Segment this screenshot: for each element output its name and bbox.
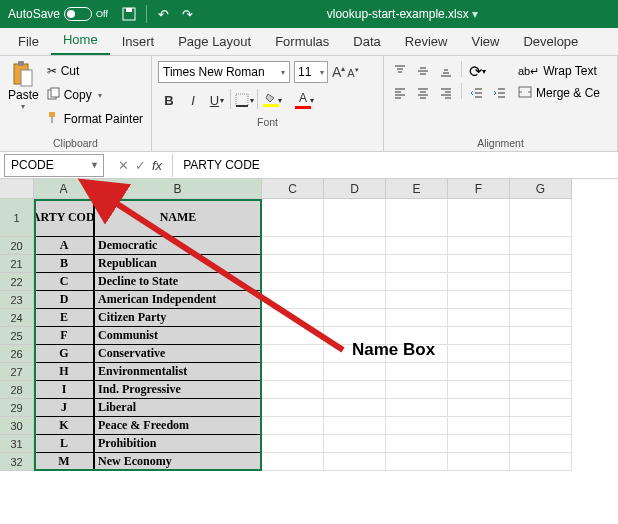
cell[interactable]: F bbox=[34, 327, 94, 345]
name-box[interactable]: PCODE ▼ bbox=[4, 154, 104, 177]
cell[interactable] bbox=[324, 381, 386, 399]
cell[interactable] bbox=[510, 273, 572, 291]
cell[interactable] bbox=[386, 435, 448, 453]
cell[interactable] bbox=[448, 363, 510, 381]
cell[interactable] bbox=[510, 309, 572, 327]
cell[interactable] bbox=[262, 417, 324, 435]
cell[interactable] bbox=[262, 309, 324, 327]
cell[interactable] bbox=[386, 273, 448, 291]
font-size-select[interactable]: 11▾ bbox=[294, 61, 328, 83]
cell[interactable] bbox=[448, 255, 510, 273]
row-header[interactable]: 23 bbox=[0, 291, 34, 309]
column-header[interactable]: D bbox=[324, 179, 386, 199]
row-header[interactable]: 24 bbox=[0, 309, 34, 327]
align-right-button[interactable] bbox=[436, 83, 456, 103]
cell[interactable] bbox=[448, 417, 510, 435]
font-color-button[interactable]: A▾ bbox=[292, 89, 314, 111]
cell[interactable] bbox=[510, 399, 572, 417]
cell[interactable] bbox=[510, 291, 572, 309]
cell[interactable]: E bbox=[34, 309, 94, 327]
cell[interactable]: American Independent bbox=[94, 291, 262, 309]
wrap-text-button[interactable]: ab↵Wrap Text bbox=[518, 61, 600, 81]
cell[interactable] bbox=[262, 291, 324, 309]
cell[interactable] bbox=[448, 435, 510, 453]
tab-page-layout[interactable]: Page Layout bbox=[166, 28, 263, 55]
column-header[interactable]: B bbox=[94, 179, 262, 199]
cell[interactable] bbox=[510, 381, 572, 399]
cancel-icon[interactable]: ✕ bbox=[118, 158, 129, 173]
row-header[interactable]: 31 bbox=[0, 435, 34, 453]
align-center-button[interactable] bbox=[413, 83, 433, 103]
cell[interactable] bbox=[262, 399, 324, 417]
cell[interactable]: Ind. Progressive bbox=[94, 381, 262, 399]
cell[interactable] bbox=[386, 255, 448, 273]
merge-button[interactable]: Merge & Ce bbox=[518, 83, 600, 103]
cell[interactable] bbox=[448, 327, 510, 345]
cell[interactable]: I bbox=[34, 381, 94, 399]
redo-icon[interactable]: ↷ bbox=[181, 7, 195, 21]
row-header[interactable]: 30 bbox=[0, 417, 34, 435]
tab-data[interactable]: Data bbox=[341, 28, 392, 55]
cell[interactable]: Conservative bbox=[94, 345, 262, 363]
autosave-toggle[interactable]: AutoSave Off bbox=[8, 7, 108, 21]
cell[interactable]: J bbox=[34, 399, 94, 417]
cell[interactable] bbox=[386, 453, 448, 471]
tab-formulas[interactable]: Formulas bbox=[263, 28, 341, 55]
font-name-select[interactable]: Times New Roman▾ bbox=[158, 61, 290, 83]
cell[interactable] bbox=[448, 309, 510, 327]
cell[interactable]: PARTY CODE bbox=[34, 199, 94, 237]
align-left-button[interactable] bbox=[390, 83, 410, 103]
cell[interactable] bbox=[510, 363, 572, 381]
cell[interactable] bbox=[262, 273, 324, 291]
increase-indent-button[interactable] bbox=[490, 83, 510, 103]
cell[interactable] bbox=[386, 291, 448, 309]
cell[interactable] bbox=[324, 363, 386, 381]
copy-button[interactable]: Copy▾ bbox=[47, 84, 143, 106]
cell[interactable] bbox=[262, 237, 324, 255]
cell[interactable] bbox=[510, 255, 572, 273]
tab-insert[interactable]: Insert bbox=[110, 28, 167, 55]
cell[interactable] bbox=[386, 399, 448, 417]
underline-button[interactable]: U▾ bbox=[206, 89, 228, 111]
cell[interactable] bbox=[448, 399, 510, 417]
bold-button[interactable]: B bbox=[158, 89, 180, 111]
cell[interactable] bbox=[262, 363, 324, 381]
cell[interactable] bbox=[448, 345, 510, 363]
cell[interactable] bbox=[324, 255, 386, 273]
fill-color-button[interactable]: ▾ bbox=[260, 89, 282, 111]
decrease-font-icon[interactable]: A▾ bbox=[347, 66, 358, 79]
cell[interactable] bbox=[448, 199, 510, 237]
tab-develope[interactable]: Develope bbox=[511, 28, 590, 55]
cell[interactable] bbox=[324, 435, 386, 453]
cell[interactable] bbox=[510, 237, 572, 255]
cell[interactable] bbox=[324, 291, 386, 309]
cell[interactable] bbox=[448, 291, 510, 309]
cell[interactable]: Environmentalist bbox=[94, 363, 262, 381]
cell[interactable] bbox=[324, 309, 386, 327]
cell[interactable] bbox=[262, 345, 324, 363]
cell[interactable] bbox=[262, 381, 324, 399]
cell[interactable]: New Economy bbox=[94, 453, 262, 471]
cell[interactable]: Decline to State bbox=[94, 273, 262, 291]
paste-button[interactable]: Paste ▾ bbox=[4, 58, 43, 135]
cell[interactable] bbox=[324, 417, 386, 435]
cell[interactable]: C bbox=[34, 273, 94, 291]
cell[interactable]: NAME bbox=[94, 199, 262, 237]
cell[interactable]: K bbox=[34, 417, 94, 435]
cell[interactable]: Citizen Party bbox=[94, 309, 262, 327]
formula-input[interactable]: PARTY CODE bbox=[172, 154, 618, 177]
row-header[interactable]: 26 bbox=[0, 345, 34, 363]
cell[interactable] bbox=[386, 417, 448, 435]
cell[interactable]: Peace & Freedom bbox=[94, 417, 262, 435]
align-middle-button[interactable] bbox=[413, 61, 433, 81]
column-header[interactable]: E bbox=[386, 179, 448, 199]
tab-home[interactable]: Home bbox=[51, 26, 110, 55]
tab-review[interactable]: Review bbox=[393, 28, 460, 55]
cell[interactable] bbox=[262, 435, 324, 453]
cell[interactable]: B bbox=[34, 255, 94, 273]
cell[interactable] bbox=[262, 327, 324, 345]
cell[interactable]: H bbox=[34, 363, 94, 381]
cell[interactable]: L bbox=[34, 435, 94, 453]
cell[interactable]: Liberal bbox=[94, 399, 262, 417]
cell[interactable] bbox=[510, 327, 572, 345]
